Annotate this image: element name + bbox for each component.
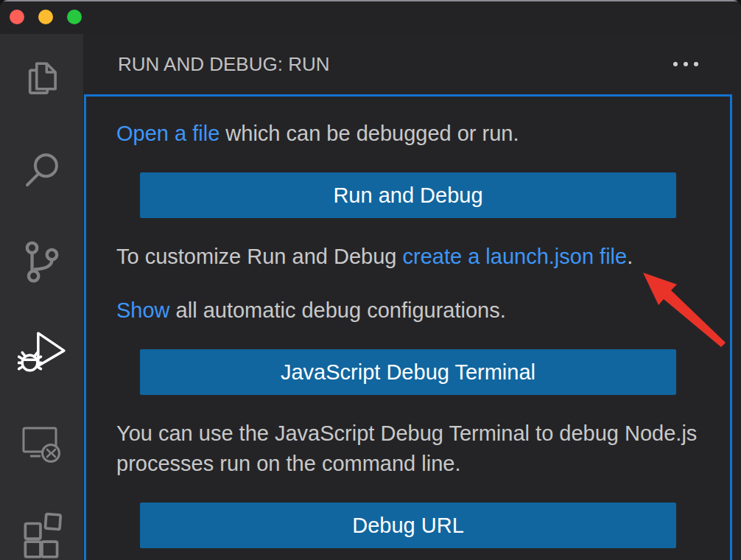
run-and-debug-button[interactable]: Run and Debug — [140, 172, 676, 218]
open-file-text: Open a file which can be debugged or run… — [116, 119, 700, 149]
close-button[interactable] — [10, 10, 24, 24]
text-span: which can be debugged or run. — [220, 122, 519, 145]
traffic-lights — [10, 10, 82, 24]
create-launch-json-link[interactable]: create a launch.json file — [403, 245, 628, 268]
javascript-debug-terminal-button[interactable]: JavaScript Debug Terminal — [140, 349, 676, 395]
panel-header: RUN AND DEBUG: RUN — [83, 34, 741, 94]
source-control-icon — [24, 240, 60, 284]
terminal-info-text: You can use the JavaScript Debug Termina… — [116, 419, 700, 479]
show-configurations-link[interactable]: Show — [116, 298, 170, 322]
text-span: You can use the JavaScript Debug Termina… — [116, 421, 697, 475]
sidebar-item-explorer[interactable] — [0, 34, 83, 125]
activity-bar — [0, 34, 83, 560]
sidebar-panel: RUN AND DEBUG: RUN Open a file which can… — [83, 34, 741, 560]
sidebar-item-run-and-debug[interactable] — [0, 308, 83, 399]
sidebar-item-remote-explorer[interactable] — [0, 399, 83, 491]
ellipsis-icon — [694, 62, 698, 66]
remote-explorer-icon — [21, 425, 63, 465]
show-configs-text: Show all automatic debug configurations. — [116, 295, 700, 326]
zoom-button[interactable] — [67, 10, 82, 24]
text-span: To customize Run and Debug — [116, 245, 403, 268]
search-icon — [21, 149, 63, 193]
text-span: . — [627, 245, 633, 268]
customize-text: To customize Run and Debug create a laun… — [116, 242, 700, 272]
minimize-button[interactable] — [38, 10, 53, 24]
debug-url-button[interactable]: Debug URL — [140, 503, 676, 548]
vscode-window: RUN AND DEBUG: RUN Open a file which can… — [0, 0, 741, 560]
ellipsis-icon — [673, 62, 678, 66]
files-icon — [21, 57, 63, 102]
window-top-edge — [0, 0, 741, 1]
extensions-icon — [20, 510, 64, 560]
open-a-file-link[interactable]: Open a file — [116, 122, 220, 145]
ellipsis-icon — [684, 62, 688, 66]
sidebar-item-search[interactable] — [0, 125, 83, 217]
debug-icon — [18, 331, 66, 377]
main-layout: RUN AND DEBUG: RUN Open a file which can… — [0, 34, 741, 560]
viewlet-content: Open a file which can be debugged or run… — [84, 94, 732, 560]
titlebar — [0, 0, 741, 34]
panel-title: RUN AND DEBUG: RUN — [118, 53, 329, 76]
sidebar-item-source-control[interactable] — [0, 217, 83, 308]
more-actions-button[interactable] — [672, 57, 700, 71]
sidebar-item-extensions[interactable] — [0, 491, 83, 560]
text-span: all automatic debug configurations. — [170, 298, 506, 322]
